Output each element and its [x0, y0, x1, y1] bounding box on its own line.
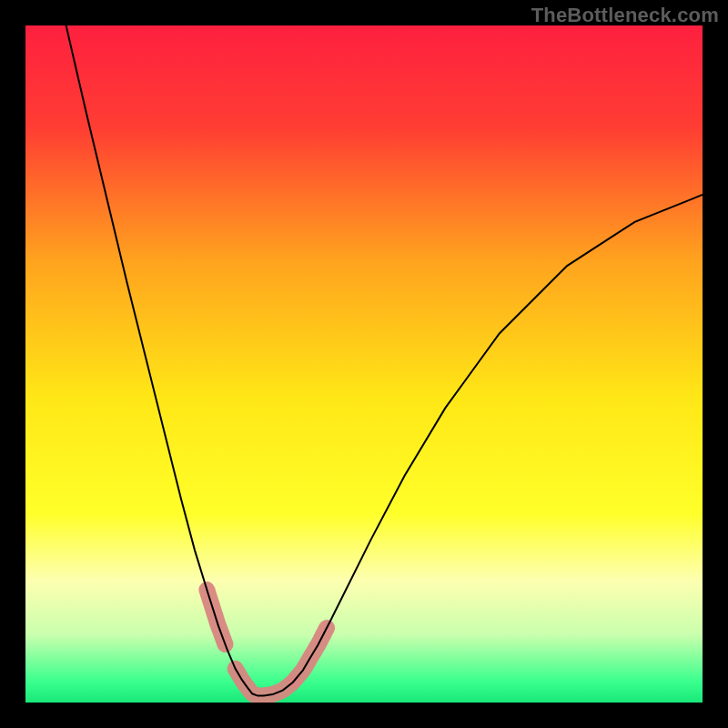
plot-area	[25, 25, 703, 703]
watermark: TheBottleneck.com	[531, 4, 719, 27]
bottleneck-curve	[66, 25, 703, 696]
chart-container: TheBottleneck.com	[0, 0, 728, 728]
chart-svg	[25, 25, 703, 703]
